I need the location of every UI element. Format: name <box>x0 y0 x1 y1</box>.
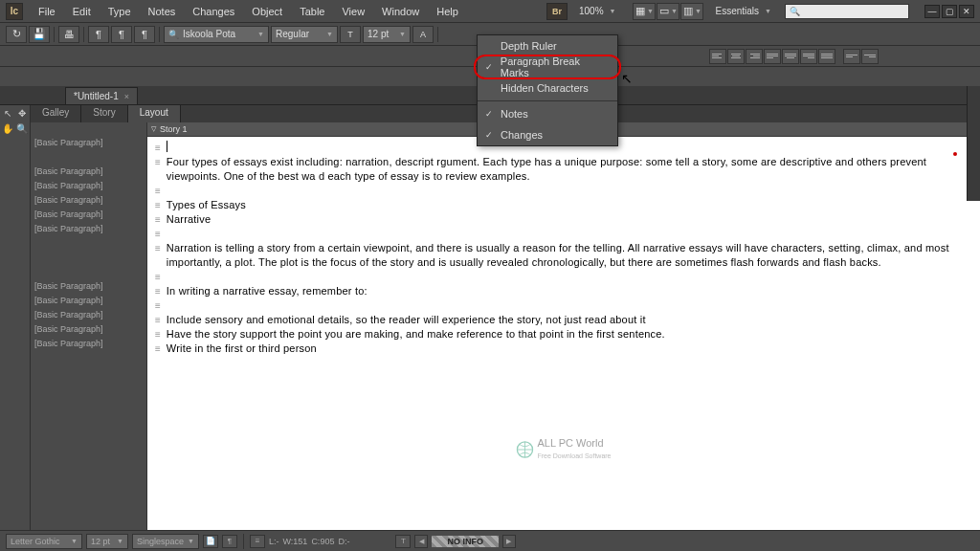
tab-galley[interactable]: Galley <box>31 105 81 122</box>
view-options-dropdown: Depth Ruler ✓Paragraph Break Marks Hidde… <box>477 34 618 146</box>
font-size-combo[interactable]: 12 pt▼ <box>363 26 411 43</box>
tab-story[interactable]: Story <box>81 105 127 122</box>
style-entry[interactable]: [Basic Paragraph] <box>31 323 146 338</box>
menu-view[interactable]: View <box>334 3 372 20</box>
size-icon: T <box>340 26 361 43</box>
position-tool-icon[interactable]: ↖ <box>0 105 15 121</box>
status-icon-1[interactable]: 📄 <box>203 535 218 548</box>
paragraph-style-column: [Basic Paragraph] [Basic Paragraph] [Bas… <box>31 122 147 530</box>
depth-count: D:- <box>338 537 349 546</box>
leading-icon[interactable]: A <box>412 26 434 43</box>
app-icon: Ic <box>6 3 23 20</box>
justify-center-button[interactable] <box>782 49 799 64</box>
panel-dock[interactable] <box>967 86 980 201</box>
search-icon: 🔍 <box>790 7 800 16</box>
align-center-button[interactable] <box>727 49 745 64</box>
cursor-icon: ↖ <box>621 71 633 86</box>
print-icon[interactable]: 🖶 <box>58 26 79 43</box>
hand-tool-icon[interactable]: ✋ <box>0 121 15 136</box>
collapse-triangle-icon[interactable]: ▽ <box>151 125 156 133</box>
fit-icon[interactable]: T <box>395 535 411 548</box>
dropdown-item-paragraph-break-marks[interactable]: ✓Paragraph Break Marks <box>478 56 617 77</box>
text-canvas[interactable]: ≡ ≡Four types of essays exist including:… <box>147 137 980 530</box>
align-left-button[interactable] <box>709 49 726 64</box>
main-menu: File Edit Type Notes Changes Object Tabl… <box>31 3 466 20</box>
style-entry[interactable]: [Basic Paragraph] <box>31 209 146 223</box>
menu-type[interactable]: Type <box>100 3 139 20</box>
eyedropper-tool-icon[interactable]: ✥ <box>15 105 31 121</box>
justify-left-button[interactable] <box>764 49 781 64</box>
align-right-button[interactable] <box>746 49 763 64</box>
status-spacing-combo[interactable]: Singlespace▼ <box>132 534 199 549</box>
style-entry[interactable]: [Basic Paragraph] <box>31 165 146 180</box>
style-entry[interactable]: [Basic Paragraph] <box>31 137 146 151</box>
status-font-combo[interactable]: Letter Gothic▼ <box>6 534 82 549</box>
copyfit-info: NO INFO <box>432 536 499 547</box>
menu-edit[interactable]: Edit <box>65 3 99 20</box>
justify-all-button[interactable] <box>818 49 835 64</box>
style-entry[interactable]: [Basic Paragraph] <box>31 295 146 309</box>
word-count: W:151 <box>283 537 308 546</box>
globe-icon <box>516 441 533 458</box>
status-bar: Letter Gothic▼ 12 pt▼ Singlespace▼ 📄 ¶ ≡… <box>0 530 980 551</box>
scroll-right-button[interactable]: ▶ <box>502 535 516 548</box>
dropdown-item-notes[interactable]: ✓Notes <box>478 103 617 124</box>
char-icon[interactable]: ¶ <box>88 26 109 43</box>
watermark: ALL PC WorldFree Download Software <box>516 437 611 463</box>
zoom-tool-icon[interactable]: 🔍 <box>15 121 31 136</box>
char-count: C:905 <box>311 537 334 546</box>
update-icon[interactable]: ↻ <box>6 26 27 43</box>
align-toward-spine[interactable] <box>843 49 860 64</box>
style-entry[interactable]: [Basic Paragraph] <box>31 309 146 323</box>
tab-layout[interactable]: Layout <box>128 105 181 122</box>
status-icon-2[interactable]: ¶ <box>222 535 237 548</box>
menu-window[interactable]: Window <box>374 3 427 20</box>
titlebar: Ic File Edit Type Notes Changes Object T… <box>0 0 980 23</box>
font-family-combo[interactable]: 🔍Iskoola Pota▼ <box>164 26 269 43</box>
para-icon[interactable]: ¶ <box>111 26 132 43</box>
stats-icon[interactable]: ≡ <box>250 535 265 548</box>
zoom-level[interactable]: 100%▼ <box>573 6 622 16</box>
dropdown-item-hidden-characters[interactable]: Hidden Characters <box>478 77 617 99</box>
style-entry[interactable]: [Basic Paragraph] <box>31 280 146 295</box>
menu-file[interactable]: File <box>31 3 63 20</box>
arrange-button[interactable]: ▥▼ <box>680 3 703 20</box>
close-button[interactable]: ✕ <box>959 5 974 18</box>
menu-help[interactable]: Help <box>429 3 466 20</box>
close-tab-icon[interactable]: × <box>124 92 129 101</box>
bridge-button[interactable]: Br <box>546 3 568 20</box>
line-count: L:- <box>269 537 279 546</box>
align-away-spine[interactable] <box>861 49 879 64</box>
justify-right-button[interactable] <box>800 49 817 64</box>
dropdown-item-changes[interactable]: ✓Changes <box>478 124 617 145</box>
save-icon[interactable]: 💾 <box>29 26 50 43</box>
align-group <box>709 49 879 64</box>
style-entry[interactable]: [Basic Paragraph] <box>31 180 146 194</box>
font-style-combo[interactable]: Regular▼ <box>271 26 338 43</box>
view-options-button[interactable]: ▦▼ <box>633 3 656 20</box>
style-entry[interactable]: [Basic Paragraph] <box>31 338 146 352</box>
screen-mode-button[interactable]: ▭▼ <box>657 3 679 20</box>
scroll-left-button[interactable]: ◀ <box>414 535 428 548</box>
menu-changes[interactable]: Changes <box>185 3 242 20</box>
maximize-button[interactable]: ▢ <box>942 5 957 18</box>
document-tab[interactable]: *Untitled-1× <box>65 87 138 104</box>
status-size-combo[interactable]: 12 pt▼ <box>86 534 128 549</box>
workspace-switcher[interactable]: Essentials▼ <box>715 6 771 16</box>
menu-table[interactable]: Table <box>292 3 332 20</box>
style-entry[interactable]: [Basic Paragraph] <box>31 194 146 209</box>
style-entry[interactable]: [Basic Paragraph] <box>31 223 146 237</box>
overset-indicator-icon <box>953 152 957 156</box>
tools-panel: T✎ ↖✥ ✋🔍 <box>0 86 31 530</box>
show-icon[interactable]: ¶ <box>134 26 155 43</box>
dropdown-item-depth-ruler[interactable]: Depth Ruler <box>478 35 617 56</box>
search-field[interactable]: 🔍 <box>785 4 909 19</box>
menu-notes[interactable]: Notes <box>141 3 184 20</box>
minimize-button[interactable]: — <box>924 5 940 18</box>
menu-object[interactable]: Object <box>244 3 290 20</box>
